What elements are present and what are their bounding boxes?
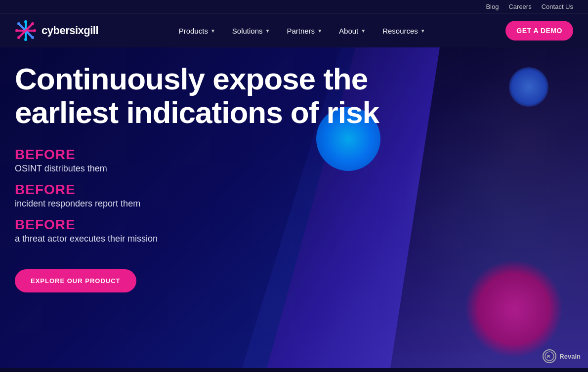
svg-point-8 bbox=[17, 22, 20, 25]
before-section-3: BEFORE a threat actor executes their mis… bbox=[15, 217, 379, 244]
before-section-2: BEFORE incident responders report them bbox=[15, 182, 379, 209]
products-chevron-icon: ▼ bbox=[210, 28, 215, 34]
nav-partners[interactable]: Partners ▼ bbox=[280, 23, 329, 39]
pink-blob-decoration bbox=[464, 259, 563, 358]
hero-content: Continuously expose the earliest indicat… bbox=[15, 62, 379, 292]
before-desc-1: OSINT distributes them bbox=[15, 164, 379, 174]
explore-button[interactable]: EXPLORE OUR PRODUCT bbox=[15, 269, 136, 292]
partners-chevron-icon: ▼ bbox=[317, 28, 322, 34]
before-label-2: BEFORE bbox=[15, 182, 379, 198]
logo[interactable]: cybersixgill bbox=[15, 20, 98, 41]
contact-link[interactable]: Contact Us bbox=[542, 3, 573, 10]
svg-point-6 bbox=[15, 29, 18, 32]
nav-products[interactable]: Products ▼ bbox=[172, 23, 222, 39]
before-label-1: BEFORE bbox=[15, 147, 379, 163]
blog-link[interactable]: Blog bbox=[486, 3, 499, 10]
revain-icon: R bbox=[543, 349, 556, 363]
svg-point-4 bbox=[24, 20, 27, 23]
blue-circle-small-decoration bbox=[509, 67, 548, 107]
hero-section: Continuously expose the earliest indicat… bbox=[0, 47, 588, 368]
svg-point-9 bbox=[31, 36, 34, 39]
resources-chevron-icon: ▼ bbox=[420, 28, 425, 34]
nav-solutions[interactable]: Solutions ▼ bbox=[225, 23, 277, 39]
before-desc-2: incident responders report them bbox=[15, 199, 379, 209]
before-section-1: BEFORE OSINT distributes them bbox=[15, 147, 379, 174]
top-bar: Blog Careers Contact Us bbox=[0, 0, 588, 14]
revain-badge: R Revain bbox=[543, 349, 581, 363]
navbar: cybersixgill Products ▼ Solutions ▼ Part… bbox=[0, 14, 588, 47]
logo-icon bbox=[15, 20, 37, 41]
careers-link[interactable]: Careers bbox=[508, 3, 531, 10]
svg-point-5 bbox=[24, 38, 27, 41]
svg-point-11 bbox=[17, 36, 20, 39]
demo-button[interactable]: GET A DEMO bbox=[505, 21, 573, 41]
nav-about[interactable]: About ▼ bbox=[332, 23, 373, 39]
svg-point-10 bbox=[31, 22, 34, 25]
svg-point-7 bbox=[33, 29, 36, 32]
nav-links: Products ▼ Solutions ▼ Partners ▼ About … bbox=[172, 23, 432, 39]
revain-label: Revain bbox=[559, 353, 581, 360]
logo-text: cybersixgill bbox=[42, 24, 98, 37]
hero-headline: Continuously expose the earliest indicat… bbox=[15, 62, 379, 129]
before-label-3: BEFORE bbox=[15, 217, 379, 233]
svg-text:R: R bbox=[547, 354, 550, 359]
about-chevron-icon: ▼ bbox=[361, 28, 366, 34]
solutions-chevron-icon: ▼ bbox=[265, 28, 270, 34]
before-desc-3: a threat actor executes their mission bbox=[15, 234, 379, 244]
nav-resources[interactable]: Resources ▼ bbox=[376, 23, 432, 39]
